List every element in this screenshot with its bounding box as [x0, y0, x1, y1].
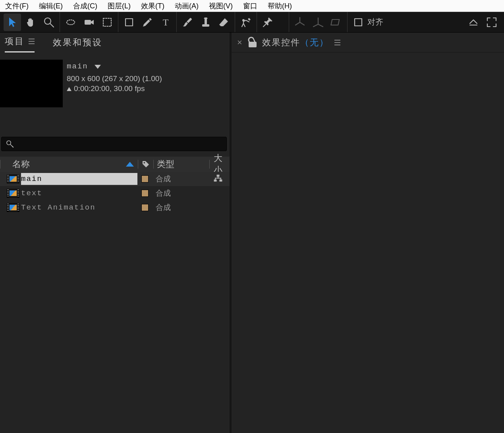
3d-local-axis[interactable]	[291, 14, 309, 31]
eraser-tool[interactable]	[215, 14, 233, 31]
rotobrush-tool[interactable]	[237, 14, 255, 31]
menu-window[interactable]: 窗口	[238, 0, 263, 12]
composition-icon	[7, 175, 19, 183]
menu-comp[interactable]: 合成(C)	[68, 0, 102, 12]
svg-point-24	[144, 162, 145, 164]
row-name: main	[21, 175, 42, 183]
project-panel: 项目 效果和预设 main 800 x 600 (267 x 200) (1.0…	[0, 33, 232, 433]
lock-icon[interactable]	[249, 38, 257, 47]
menu-help[interactable]: 帮助(H)	[263, 0, 297, 12]
svg-rect-3	[85, 20, 91, 25]
svg-marker-4	[91, 20, 94, 25]
chevron-down-icon	[95, 65, 101, 69]
toolbar: T 对齐	[0, 12, 504, 33]
row-name: text	[21, 189, 42, 198]
column-name[interactable]: 名称	[0, 158, 138, 170]
text-tool[interactable]: T	[157, 14, 174, 31]
zoom-tool[interactable]	[40, 14, 58, 31]
panel-menu-icon[interactable]	[334, 40, 340, 45]
svg-rect-9	[205, 19, 207, 24]
align-label[interactable]: 对齐	[367, 17, 383, 27]
project-row[interactable]: text合成	[0, 186, 230, 200]
sort-asc-icon	[126, 162, 134, 167]
menu-anim[interactable]: 动画(A)	[170, 0, 204, 12]
column-type[interactable]: 类型	[154, 158, 209, 170]
comp-name: main	[67, 62, 88, 72]
composition-icon	[7, 203, 19, 212]
row-name: Text Animation	[21, 203, 96, 212]
triangle-icon	[67, 87, 71, 91]
hand-tool[interactable]	[22, 14, 39, 31]
pen-tool[interactable]	[139, 14, 156, 31]
shape-tool[interactable]	[120, 14, 138, 31]
camera-tool[interactable]	[80, 14, 98, 31]
close-tab-icon[interactable]: ×	[237, 37, 243, 48]
clone-stamp-tool[interactable]	[197, 14, 214, 31]
svg-marker-0	[9, 17, 16, 27]
3d-view-axis[interactable]	[328, 14, 345, 31]
menu-layer[interactable]: 图层(L)	[102, 0, 136, 12]
effect-controls-none: （无）	[300, 37, 329, 49]
panel-menu-icon[interactable]	[29, 39, 35, 44]
track-tool[interactable]	[98, 14, 116, 31]
svg-rect-19	[355, 19, 362, 26]
menu-file[interactable]: 文件(F)	[0, 0, 34, 12]
svg-line-2	[50, 23, 54, 27]
tab-project-label: 项目	[5, 35, 25, 47]
label-swatch[interactable]	[141, 175, 149, 183]
svg-rect-6	[126, 19, 133, 26]
project-list: main合成text合成Text Animation合成	[0, 172, 230, 433]
3d-world-axis[interactable]	[309, 14, 327, 31]
effect-controls-panel: × 效果控件 （无）	[232, 33, 504, 433]
snap-toggle[interactable]	[350, 14, 367, 31]
menu-view[interactable]: 视图(V)	[204, 0, 238, 12]
tab-effects-presets[interactable]: 效果和预设	[53, 37, 102, 52]
project-row[interactable]: Text Animation合成	[0, 200, 230, 215]
column-label[interactable]	[138, 160, 153, 169]
menu-bar: 文件(F) 编辑(E) 合成(C) 图层(L) 效果(T) 动画(A) 视图(V…	[0, 0, 504, 12]
comp-dimensions: 800 x 600 (267 x 200) (1.00)	[67, 74, 162, 84]
svg-text:T: T	[163, 17, 169, 27]
comp-thumbnail[interactable]	[0, 60, 63, 107]
collapse-icon[interactable]	[465, 14, 482, 31]
row-type: 合成	[153, 174, 208, 184]
brush-tool[interactable]	[179, 14, 196, 31]
search-icon	[6, 140, 14, 148]
orbit-tool[interactable]	[62, 14, 79, 31]
project-search[interactable]	[1, 137, 227, 151]
svg-rect-8	[202, 24, 209, 27]
tag-icon	[141, 160, 150, 169]
comp-name-dropdown[interactable]: main	[67, 62, 162, 72]
tab-project[interactable]: 项目	[5, 35, 35, 52]
svg-line-13	[300, 22, 304, 25]
svg-line-14	[295, 22, 300, 25]
row-type: 合成	[153, 188, 208, 198]
tab-effects-presets-label: 效果和预设	[53, 37, 102, 49]
menu-edit[interactable]: 编辑(E)	[34, 0, 68, 12]
comp-duration-fps: 0:00:20:00, 30.00 fps	[67, 83, 162, 94]
composition-icon	[7, 189, 19, 198]
menu-effect[interactable]: 效果(T)	[136, 0, 170, 12]
pin-tool[interactable]	[259, 14, 276, 31]
tab-effect-controls-label: 效果控件	[262, 37, 300, 49]
selection-tool[interactable]	[4, 14, 21, 31]
flowchart-icon[interactable]	[213, 174, 223, 184]
label-swatch[interactable]	[141, 190, 149, 197]
svg-line-11	[263, 24, 266, 27]
label-swatch[interactable]	[141, 204, 149, 211]
project-list-header: 名称 类型 大小	[0, 157, 230, 172]
svg-rect-5	[103, 18, 111, 26]
maximize-icon[interactable]	[483, 14, 500, 31]
svg-line-16	[318, 24, 323, 27]
svg-line-22	[10, 144, 12, 146]
row-type: 合成	[153, 202, 208, 213]
svg-rect-18	[331, 19, 339, 25]
svg-line-17	[313, 24, 318, 27]
project-row[interactable]: main合成	[0, 172, 230, 186]
